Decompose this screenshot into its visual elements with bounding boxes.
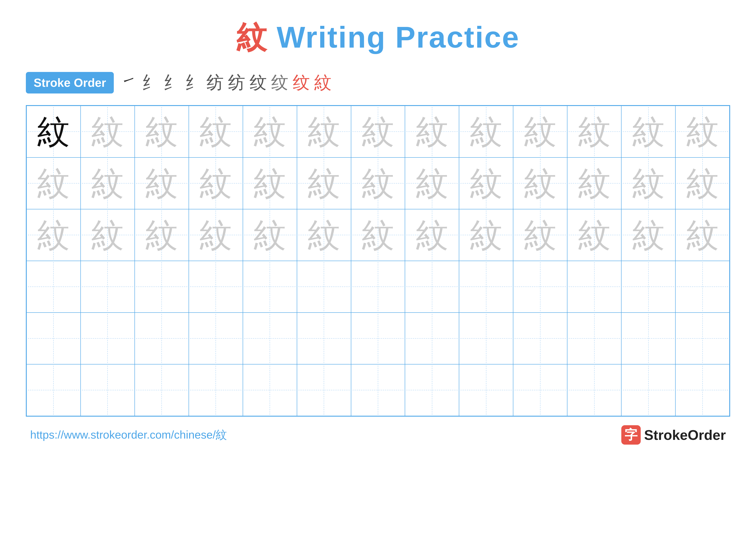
practice-char: 紋 — [470, 114, 502, 149]
grid-cell — [351, 313, 405, 364]
grid-cell — [621, 261, 675, 313]
grid-row-3: 紋 紋 紋 紋 紋 紋 紋 紋 紋 紋 紋 紋 紋 — [27, 209, 729, 261]
grid-cell — [459, 364, 513, 416]
grid-cell: 紋 — [243, 209, 297, 261]
practice-grid: 紋 紋 紋 紋 紋 紋 紋 紋 紋 紋 紋 紋 紋 紋 紋 紋 紋 — [26, 105, 730, 417]
grid-cell: 紋 — [351, 209, 405, 261]
grid-cell — [405, 261, 459, 313]
grid-cell — [621, 313, 675, 364]
practice-char: 紋 — [687, 165, 719, 201]
grid-cell: 紋 — [297, 158, 351, 209]
grid-cell — [405, 364, 459, 416]
grid-cell — [81, 261, 135, 313]
grid-cell — [135, 313, 189, 364]
grid-cell: 紋 — [459, 106, 513, 158]
practice-char: 紋 — [687, 114, 719, 149]
grid-cell — [297, 313, 351, 364]
grid-cell: 紋 — [405, 209, 459, 261]
stroke-step-7: 纹 — [250, 71, 267, 94]
practice-char: 紋 — [524, 165, 556, 201]
practice-char: 紋 — [470, 217, 502, 253]
page-container: 紋 Writing Practice Stroke Order ㇀ 纟 纟 纟 … — [0, 0, 756, 534]
grid-row-1: 紋 紋 紋 紋 紋 紋 紋 紋 紋 紋 紋 紋 紋 — [27, 106, 729, 158]
grid-cell — [567, 364, 621, 416]
grid-cell: 紋 — [189, 209, 243, 261]
footer-url: https://www.strokeorder.com/chinese/紋 — [30, 427, 227, 443]
grid-cell: 紋 — [567, 209, 621, 261]
grid-cell: 紋 — [351, 158, 405, 209]
grid-cell — [27, 261, 81, 313]
grid-cell — [351, 364, 405, 416]
grid-cell: 紋 — [513, 209, 567, 261]
practice-char: 紋 — [578, 217, 610, 253]
practice-char: 紋 — [92, 217, 124, 253]
page-title: 紋 Writing Practice — [236, 17, 520, 58]
practice-char: 紋 — [362, 114, 394, 149]
grid-cell — [189, 261, 243, 313]
practice-char: 紋 — [146, 114, 178, 149]
practice-char: 紋 — [37, 165, 69, 201]
grid-cell — [81, 313, 135, 364]
grid-cell: 紋 — [297, 106, 351, 158]
logo-text: StrokeOrder — [644, 427, 726, 443]
grid-cell — [135, 261, 189, 313]
practice-char: 紋 — [524, 217, 556, 253]
stroke-order-badge: Stroke Order — [26, 72, 114, 93]
grid-cell — [189, 313, 243, 364]
grid-row-2: 紋 紋 紋 紋 紋 紋 紋 紋 紋 紋 紋 紋 紋 — [27, 158, 729, 209]
grid-cell: 紋 — [459, 209, 513, 261]
grid-cell: 紋 — [567, 106, 621, 158]
grid-cell: 紋 — [675, 158, 729, 209]
practice-char: 紋 — [146, 165, 178, 201]
grid-cell: 紋 — [81, 209, 135, 261]
grid-cell: 紋 — [135, 209, 189, 261]
practice-char: 紋 — [687, 217, 719, 253]
grid-row-5 — [27, 313, 729, 364]
practice-char: 紋 — [632, 114, 664, 149]
stroke-step-8: 纹 — [271, 71, 288, 94]
footer: https://www.strokeorder.com/chinese/紋 字 … — [26, 425, 730, 445]
grid-cell — [675, 364, 729, 416]
grid-table: 紋 紋 紋 紋 紋 紋 紋 紋 紋 紋 紋 紋 紋 紋 紋 紋 紋 — [26, 106, 730, 416]
practice-char: 紋 — [254, 165, 286, 201]
practice-char: 紋 — [200, 165, 232, 201]
grid-row-6 — [27, 364, 729, 416]
grid-cell — [243, 364, 297, 416]
logo-icon: 字 — [621, 425, 641, 445]
grid-cell — [189, 364, 243, 416]
grid-cell: 紋 — [189, 158, 243, 209]
grid-cell: 紋 — [297, 209, 351, 261]
practice-char: 紋 — [524, 114, 556, 149]
grid-cell — [567, 313, 621, 364]
grid-cell — [513, 261, 567, 313]
stroke-step-5: 纺 — [206, 71, 224, 94]
stroke-step-9: 纹 — [293, 71, 310, 94]
grid-cell: 紋 — [621, 106, 675, 158]
practice-char: 紋 — [308, 114, 340, 149]
stroke-step-4: 纟 — [185, 71, 202, 94]
practice-char: 紋 — [146, 217, 178, 253]
practice-char: 紋 — [578, 114, 610, 149]
practice-char: 紋 — [362, 217, 394, 253]
grid-cell — [675, 261, 729, 313]
grid-cell — [675, 313, 729, 364]
title-text: Writing Practice — [267, 20, 520, 54]
practice-char: 紋 — [470, 165, 502, 201]
grid-cell: 紋 — [351, 106, 405, 158]
grid-cell: 紋 — [189, 106, 243, 158]
practice-char: 紋 — [254, 114, 286, 149]
practice-char: 紋 — [37, 114, 69, 149]
grid-cell — [621, 364, 675, 416]
practice-char: 紋 — [416, 165, 448, 201]
grid-cell: 紋 — [27, 209, 81, 261]
grid-cell — [135, 364, 189, 416]
title-chinese: 紋 — [236, 20, 267, 54]
practice-char: 紋 — [416, 114, 448, 149]
footer-logo: 字 StrokeOrder — [621, 425, 726, 445]
practice-char: 紋 — [632, 165, 664, 201]
grid-cell: 紋 — [27, 106, 81, 158]
grid-cell — [513, 364, 567, 416]
grid-cell: 紋 — [405, 106, 459, 158]
grid-cell — [567, 261, 621, 313]
stroke-step-1: ㇀ — [120, 71, 138, 94]
